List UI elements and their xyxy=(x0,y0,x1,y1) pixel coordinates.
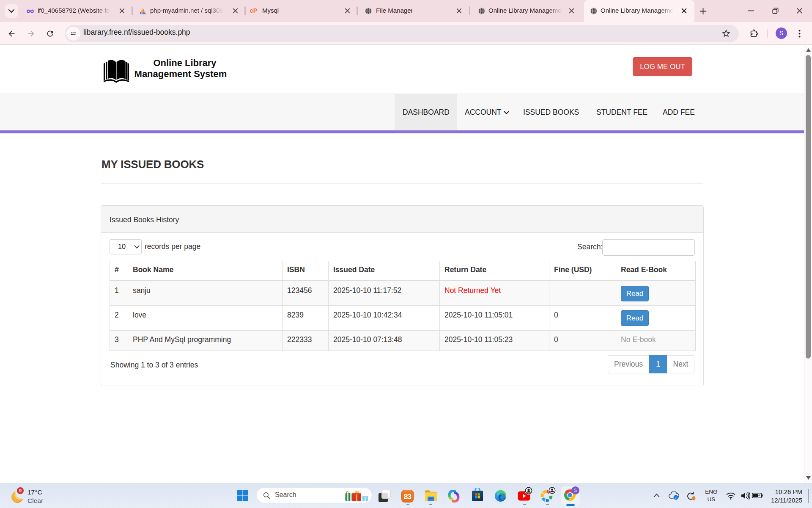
svg-text:83: 83 xyxy=(404,493,411,501)
svg-text:PMA: PMA xyxy=(140,12,145,15)
svg-text:cP: cP xyxy=(250,7,257,14)
